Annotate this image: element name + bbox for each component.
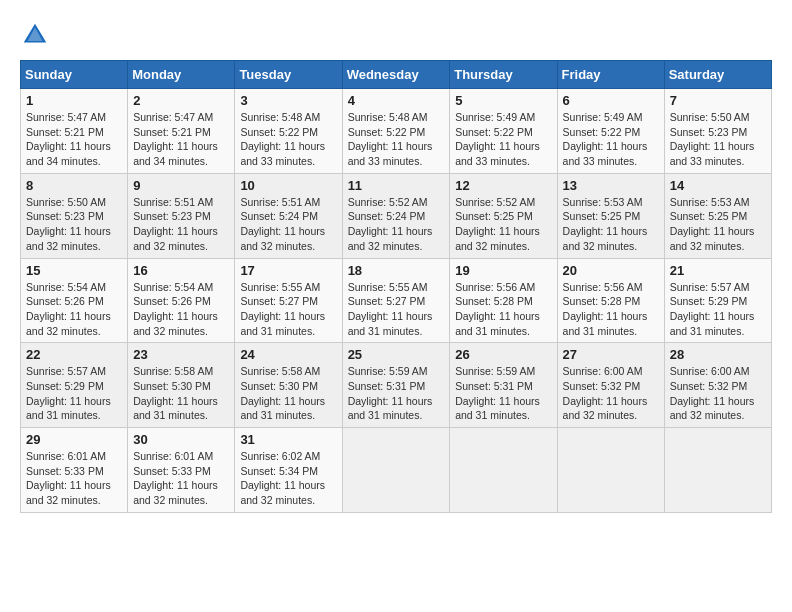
calendar-cell: 2Sunrise: 5:47 AMSunset: 5:21 PMDaylight… — [128, 89, 235, 174]
calendar-week-5: 29Sunrise: 6:01 AMSunset: 5:33 PMDayligh… — [21, 428, 772, 513]
calendar-cell: 1Sunrise: 5:47 AMSunset: 5:21 PMDaylight… — [21, 89, 128, 174]
day-number: 17 — [240, 263, 336, 278]
day-info: Sunrise: 6:00 AMSunset: 5:32 PMDaylight:… — [563, 364, 659, 423]
calendar-cell: 11Sunrise: 5:52 AMSunset: 5:24 PMDayligh… — [342, 173, 450, 258]
day-info: Sunrise: 5:51 AMSunset: 5:24 PMDaylight:… — [240, 195, 336, 254]
calendar-cell — [664, 428, 771, 513]
day-number: 30 — [133, 432, 229, 447]
day-info: Sunrise: 5:56 AMSunset: 5:28 PMDaylight:… — [455, 280, 551, 339]
calendar-cell — [557, 428, 664, 513]
day-number: 2 — [133, 93, 229, 108]
day-info: Sunrise: 5:56 AMSunset: 5:28 PMDaylight:… — [563, 280, 659, 339]
day-number: 19 — [455, 263, 551, 278]
calendar-cell: 15Sunrise: 5:54 AMSunset: 5:26 PMDayligh… — [21, 258, 128, 343]
calendar-cell: 26Sunrise: 5:59 AMSunset: 5:31 PMDayligh… — [450, 343, 557, 428]
day-number: 4 — [348, 93, 445, 108]
day-info: Sunrise: 5:49 AMSunset: 5:22 PMDaylight:… — [455, 110, 551, 169]
day-info: Sunrise: 5:55 AMSunset: 5:27 PMDaylight:… — [240, 280, 336, 339]
calendar-week-3: 15Sunrise: 5:54 AMSunset: 5:26 PMDayligh… — [21, 258, 772, 343]
calendar-cell: 19Sunrise: 5:56 AMSunset: 5:28 PMDayligh… — [450, 258, 557, 343]
page-header — [20, 20, 772, 50]
day-info: Sunrise: 5:47 AMSunset: 5:21 PMDaylight:… — [133, 110, 229, 169]
calendar-cell: 16Sunrise: 5:54 AMSunset: 5:26 PMDayligh… — [128, 258, 235, 343]
day-info: Sunrise: 5:53 AMSunset: 5:25 PMDaylight:… — [563, 195, 659, 254]
day-info: Sunrise: 5:55 AMSunset: 5:27 PMDaylight:… — [348, 280, 445, 339]
calendar-cell: 29Sunrise: 6:01 AMSunset: 5:33 PMDayligh… — [21, 428, 128, 513]
day-info: Sunrise: 5:49 AMSunset: 5:22 PMDaylight:… — [563, 110, 659, 169]
day-number: 7 — [670, 93, 766, 108]
day-number: 28 — [670, 347, 766, 362]
day-info: Sunrise: 5:57 AMSunset: 5:29 PMDaylight:… — [670, 280, 766, 339]
day-number: 9 — [133, 178, 229, 193]
logo-icon — [20, 20, 50, 50]
day-number: 10 — [240, 178, 336, 193]
calendar-body: 1Sunrise: 5:47 AMSunset: 5:21 PMDaylight… — [21, 89, 772, 513]
header-row: SundayMondayTuesdayWednesdayThursdayFrid… — [21, 61, 772, 89]
day-number: 13 — [563, 178, 659, 193]
day-info: Sunrise: 5:50 AMSunset: 5:23 PMDaylight:… — [26, 195, 122, 254]
day-number: 14 — [670, 178, 766, 193]
day-number: 26 — [455, 347, 551, 362]
day-number: 15 — [26, 263, 122, 278]
day-info: Sunrise: 5:51 AMSunset: 5:23 PMDaylight:… — [133, 195, 229, 254]
calendar-cell: 23Sunrise: 5:58 AMSunset: 5:30 PMDayligh… — [128, 343, 235, 428]
day-number: 1 — [26, 93, 122, 108]
day-number: 21 — [670, 263, 766, 278]
day-info: Sunrise: 6:01 AMSunset: 5:33 PMDaylight:… — [133, 449, 229, 508]
day-info: Sunrise: 5:58 AMSunset: 5:30 PMDaylight:… — [240, 364, 336, 423]
day-info: Sunrise: 5:52 AMSunset: 5:25 PMDaylight:… — [455, 195, 551, 254]
day-number: 22 — [26, 347, 122, 362]
logo — [20, 20, 54, 50]
day-info: Sunrise: 6:01 AMSunset: 5:33 PMDaylight:… — [26, 449, 122, 508]
calendar-cell: 31Sunrise: 6:02 AMSunset: 5:34 PMDayligh… — [235, 428, 342, 513]
day-info: Sunrise: 5:54 AMSunset: 5:26 PMDaylight:… — [133, 280, 229, 339]
day-number: 6 — [563, 93, 659, 108]
day-info: Sunrise: 5:59 AMSunset: 5:31 PMDaylight:… — [348, 364, 445, 423]
header-day-monday: Monday — [128, 61, 235, 89]
day-number: 20 — [563, 263, 659, 278]
day-info: Sunrise: 5:50 AMSunset: 5:23 PMDaylight:… — [670, 110, 766, 169]
day-info: Sunrise: 6:00 AMSunset: 5:32 PMDaylight:… — [670, 364, 766, 423]
calendar-table: SundayMondayTuesdayWednesdayThursdayFrid… — [20, 60, 772, 513]
day-number: 31 — [240, 432, 336, 447]
day-number: 18 — [348, 263, 445, 278]
calendar-cell: 21Sunrise: 5:57 AMSunset: 5:29 PMDayligh… — [664, 258, 771, 343]
day-number: 29 — [26, 432, 122, 447]
calendar-cell: 27Sunrise: 6:00 AMSunset: 5:32 PMDayligh… — [557, 343, 664, 428]
calendar-cell: 6Sunrise: 5:49 AMSunset: 5:22 PMDaylight… — [557, 89, 664, 174]
header-day-friday: Friday — [557, 61, 664, 89]
calendar-cell: 4Sunrise: 5:48 AMSunset: 5:22 PMDaylight… — [342, 89, 450, 174]
calendar-cell: 20Sunrise: 5:56 AMSunset: 5:28 PMDayligh… — [557, 258, 664, 343]
day-number: 11 — [348, 178, 445, 193]
day-info: Sunrise: 5:53 AMSunset: 5:25 PMDaylight:… — [670, 195, 766, 254]
calendar-cell: 17Sunrise: 5:55 AMSunset: 5:27 PMDayligh… — [235, 258, 342, 343]
calendar-cell: 25Sunrise: 5:59 AMSunset: 5:31 PMDayligh… — [342, 343, 450, 428]
day-number: 12 — [455, 178, 551, 193]
calendar-cell — [342, 428, 450, 513]
calendar-cell: 13Sunrise: 5:53 AMSunset: 5:25 PMDayligh… — [557, 173, 664, 258]
day-info: Sunrise: 5:52 AMSunset: 5:24 PMDaylight:… — [348, 195, 445, 254]
day-info: Sunrise: 5:48 AMSunset: 5:22 PMDaylight:… — [348, 110, 445, 169]
calendar-cell: 9Sunrise: 5:51 AMSunset: 5:23 PMDaylight… — [128, 173, 235, 258]
day-number: 24 — [240, 347, 336, 362]
calendar-cell: 3Sunrise: 5:48 AMSunset: 5:22 PMDaylight… — [235, 89, 342, 174]
calendar-cell: 30Sunrise: 6:01 AMSunset: 5:33 PMDayligh… — [128, 428, 235, 513]
calendar-cell: 14Sunrise: 5:53 AMSunset: 5:25 PMDayligh… — [664, 173, 771, 258]
calendar-cell: 12Sunrise: 5:52 AMSunset: 5:25 PMDayligh… — [450, 173, 557, 258]
calendar-cell: 10Sunrise: 5:51 AMSunset: 5:24 PMDayligh… — [235, 173, 342, 258]
day-info: Sunrise: 5:59 AMSunset: 5:31 PMDaylight:… — [455, 364, 551, 423]
day-number: 25 — [348, 347, 445, 362]
day-number: 5 — [455, 93, 551, 108]
day-info: Sunrise: 5:47 AMSunset: 5:21 PMDaylight:… — [26, 110, 122, 169]
calendar-cell: 18Sunrise: 5:55 AMSunset: 5:27 PMDayligh… — [342, 258, 450, 343]
calendar-cell: 22Sunrise: 5:57 AMSunset: 5:29 PMDayligh… — [21, 343, 128, 428]
calendar-cell: 24Sunrise: 5:58 AMSunset: 5:30 PMDayligh… — [235, 343, 342, 428]
calendar-cell: 7Sunrise: 5:50 AMSunset: 5:23 PMDaylight… — [664, 89, 771, 174]
calendar-week-2: 8Sunrise: 5:50 AMSunset: 5:23 PMDaylight… — [21, 173, 772, 258]
day-number: 16 — [133, 263, 229, 278]
header-day-tuesday: Tuesday — [235, 61, 342, 89]
header-day-thursday: Thursday — [450, 61, 557, 89]
day-info: Sunrise: 5:58 AMSunset: 5:30 PMDaylight:… — [133, 364, 229, 423]
day-number: 23 — [133, 347, 229, 362]
header-day-sunday: Sunday — [21, 61, 128, 89]
